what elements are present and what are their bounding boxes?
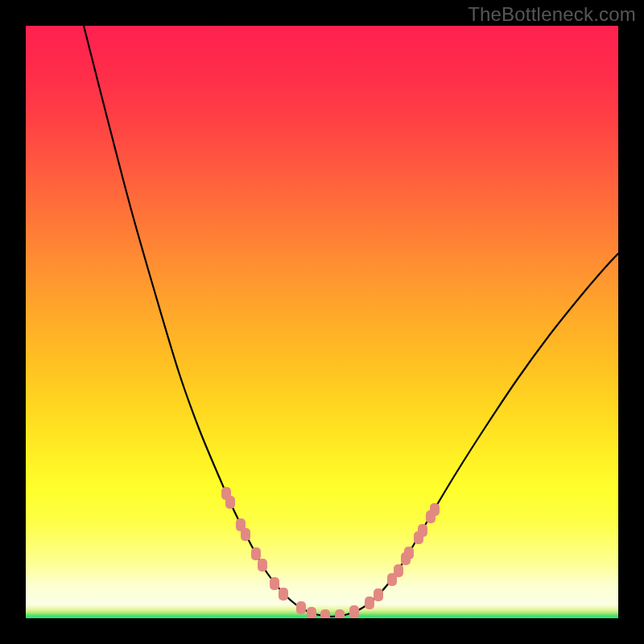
curve-marker [241,528,250,541]
bottleneck-curve [84,26,618,617]
chart-frame: TheBottleneck.com [0,0,644,644]
curve-marker [365,597,374,609]
curve-marker [349,605,359,618]
curve-marker [296,601,306,614]
curve-marker [320,609,330,618]
curve-marker [251,547,261,560]
watermark-text: TheBottleneck.com [468,3,636,26]
curve-marker [225,496,235,509]
curve-marker [374,588,383,601]
curve-marker [404,547,414,559]
curve-marker [258,559,267,572]
curve-marker [307,607,316,618]
plot-area [26,26,618,618]
curve-marker [335,609,345,618]
curve-marker [418,524,427,537]
curve-marker [270,577,279,590]
curve-svg [26,26,618,618]
curve-marker [279,588,288,601]
curve-markers [221,487,440,618]
curve-marker [430,503,440,516]
curve-marker [394,564,403,577]
